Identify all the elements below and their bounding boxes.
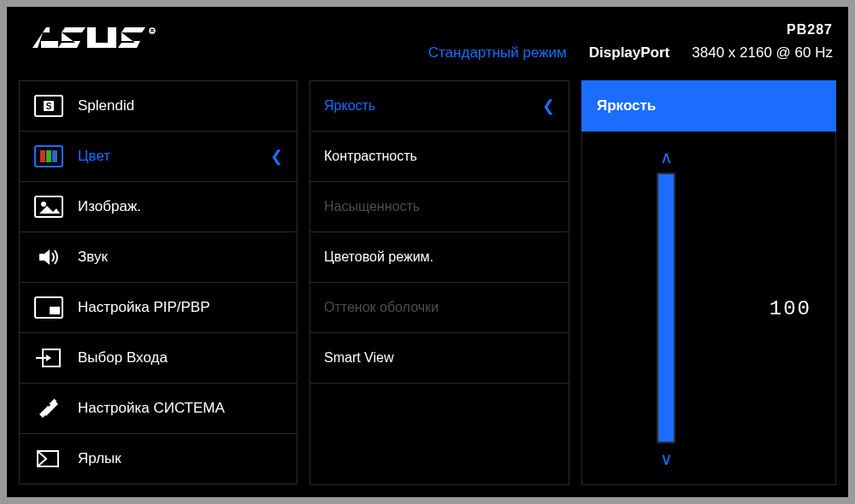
svg-rect-1 — [41, 41, 58, 48]
svg-marker-2 — [62, 27, 86, 32]
splendid-icon: S — [32, 91, 66, 120]
svg-text:S: S — [46, 102, 52, 111]
input-icon — [32, 343, 66, 372]
svg-marker-20 — [39, 206, 60, 214]
svg-rect-6 — [87, 43, 116, 48]
menu-label: Настройка PIP/PBP — [78, 299, 210, 316]
shortcut-icon — [32, 444, 66, 473]
value-panel-body: ∧ ∨ 100 — [581, 132, 836, 485]
menu-item-input[interactable]: Выбор Входа — [19, 332, 298, 384]
submenu-label: Контрастность — [324, 149, 417, 164]
arrow-down-icon[interactable]: ∨ — [660, 450, 673, 467]
value-title-label: Яркость — [597, 97, 656, 114]
sub-menu: Яркость ❮ Контрастность Насыщенность Цве… — [310, 80, 569, 485]
svg-rect-17 — [52, 150, 57, 162]
submenu-item-smartview[interactable]: Smart View — [310, 332, 569, 384]
header-model-row: PB287 — [787, 22, 833, 38]
svg-rect-15 — [40, 150, 45, 162]
submenu-item-saturation: Насыщенность — [310, 181, 569, 232]
monitor-osd: R PB287 Стандартный режим DisplayPort 38… — [7, 7, 848, 497]
svg-rect-18 — [35, 196, 62, 217]
pip-icon — [32, 293, 66, 322]
value-panel-title: Яркость — [581, 80, 836, 132]
tools-icon — [32, 394, 66, 423]
submenu-item-contrast[interactable]: Контрастность — [310, 131, 569, 182]
slider-fill — [658, 174, 674, 442]
slider-track[interactable] — [657, 173, 675, 443]
menu-item-shortcut[interactable]: Ярлык — [19, 433, 298, 484]
menu-label: Splendid — [78, 97, 134, 114]
header-status-row: Стандартный режим DisplayPort 3840 x 216… — [428, 44, 833, 62]
menu-label: Цвет — [78, 148, 110, 165]
osd-columns: S Splendid Цвет ❮ Изображ. — [19, 80, 836, 485]
menu-item-system[interactable]: Настройка СИСТЕМА — [19, 383, 298, 434]
svg-marker-8 — [118, 32, 140, 48]
menu-item-image[interactable]: Изображ. — [19, 181, 298, 232]
chevron-left-icon: ❮ — [542, 97, 555, 115]
value-panel: Яркость ∧ ∨ 100 — [581, 80, 836, 485]
svg-rect-23 — [50, 307, 60, 314]
svg-marker-7 — [121, 27, 145, 32]
submenu-label: Оттенок оболочки — [324, 300, 439, 315]
arrow-up-icon[interactable]: ∧ — [660, 149, 673, 166]
resolution-label: 3840 x 2160 @ 60 Hz — [692, 44, 833, 62]
asus-logo: R — [31, 22, 168, 60]
menu-label: Изображ. — [78, 198, 141, 215]
svg-marker-3 — [58, 32, 80, 48]
main-menu: S Splendid Цвет ❮ Изображ. — [19, 80, 298, 485]
submenu-label: Smart View — [324, 350, 394, 366]
model-label: PB287 — [787, 22, 833, 37]
submenu-label: Яркость — [324, 98, 375, 114]
submenu-empty-area — [310, 383, 569, 485]
brightness-slider[interactable]: ∧ ∨ — [615, 149, 717, 467]
input-source: DisplayPort — [589, 44, 669, 62]
menu-item-color[interactable]: Цвет ❮ — [19, 131, 298, 182]
menu-label: Настройка СИСТЕМА — [78, 400, 225, 417]
color-icon — [32, 142, 66, 171]
submenu-item-brightness[interactable]: Яркость ❮ — [310, 80, 569, 132]
svg-marker-26 — [46, 355, 51, 361]
picture-mode: Стандартный режим — [428, 44, 567, 62]
chevron-left-icon: ❮ — [270, 147, 283, 166]
menu-item-sound[interactable]: Звук — [19, 231, 298, 283]
svg-point-19 — [41, 202, 46, 207]
menu-label: Выбор Входа — [78, 349, 168, 366]
sound-icon — [32, 243, 66, 272]
slider-value: 100 — [770, 296, 811, 319]
osd-header: R PB287 Стандартный режим DisplayPort 38… — [7, 7, 848, 73]
submenu-label: Цветoвой режим. — [324, 249, 433, 265]
menu-item-splendid[interactable]: S Splendid — [19, 80, 298, 132]
svg-rect-16 — [46, 150, 51, 162]
svg-marker-21 — [39, 249, 50, 265]
menu-item-pip[interactable]: Настройка PIP/PBP — [19, 282, 298, 333]
submenu-item-color-temp[interactable]: Цветoвой режим. — [310, 231, 569, 283]
submenu-label: Насыщенность — [324, 199, 420, 214]
menu-label: Ярлык — [78, 450, 121, 467]
image-icon — [32, 192, 66, 221]
svg-text:R: R — [150, 29, 154, 34]
menu-label: Звук — [78, 249, 108, 266]
submenu-item-skin-tone: Оттенок оболочки — [310, 282, 569, 333]
